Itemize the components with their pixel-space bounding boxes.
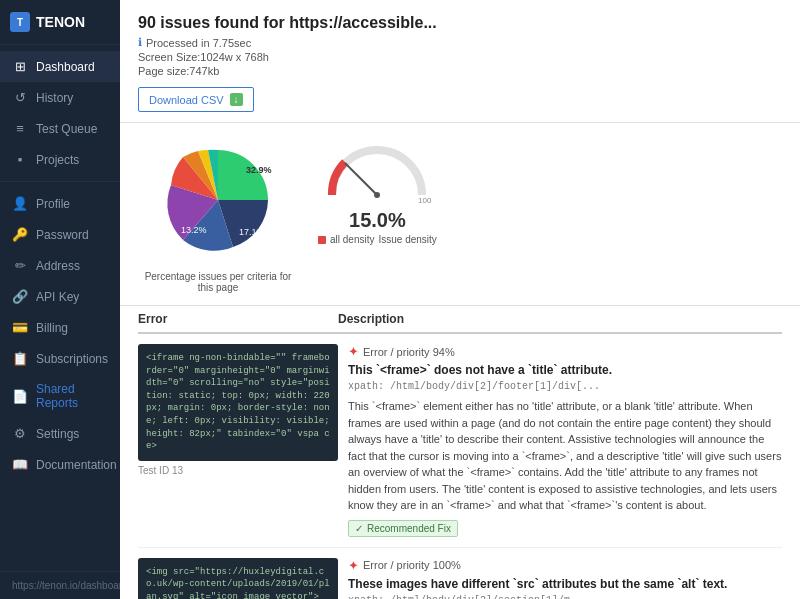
error-star-icon-2: ✦ (348, 558, 359, 573)
content-header: 90 issues found for https://accessible..… (120, 0, 800, 123)
tenon-logo-icon: T (10, 12, 30, 32)
issue-priority-text-2: Error / priority 100% (363, 559, 461, 571)
sidebar-item-label: Subscriptions (36, 352, 108, 366)
issues-table: Error Description <iframe ng-non-bindabl… (120, 306, 800, 599)
sidebar-item-label: Billing (36, 321, 68, 335)
sidebar-item-subscriptions[interactable]: 📋 Subscriptions (0, 343, 120, 374)
sidebar-item-profile[interactable]: 👤 Profile (0, 188, 120, 219)
issue-left-2: <img src="https://huxleydigital.co.uk/wp… (138, 558, 338, 600)
content-meta-page: Page size:747kb (138, 65, 782, 77)
subscriptions-icon: 📋 (12, 351, 28, 366)
issue-xpath-2: xpath: /html/body/div[2]/section[1]/m... (348, 595, 782, 600)
documentation-icon: 📖 (12, 457, 28, 472)
pie-chart-container: 32.9% 17.1% 13.2% Percentage issues per … (138, 135, 298, 293)
sidebar-item-test-queue[interactable]: ≡ Test Queue (0, 113, 120, 144)
svg-line-4 (345, 163, 377, 195)
api-key-icon: 🔗 (12, 289, 28, 304)
svg-text:100: 100 (418, 196, 432, 205)
history-icon: ↺ (12, 90, 28, 105)
fix-icon: ✓ (355, 523, 363, 534)
gauge-value: 15.0% (349, 209, 406, 232)
address-icon: ✏ (12, 258, 28, 273)
test-queue-icon: ≡ (12, 121, 28, 136)
sidebar-item-label: Password (36, 228, 89, 242)
sidebar-logo: T TENON (0, 0, 120, 45)
page-size-text: Page size:747kb (138, 65, 219, 77)
password-icon: 🔑 (12, 227, 28, 242)
sidebar-footer-url: https://tenon.io/dashboard.php (0, 571, 120, 599)
sidebar-item-label: Settings (36, 427, 79, 441)
issue-priority-text-1: Error / priority 94% (363, 346, 455, 358)
sidebar-item-label: Shared Reports (36, 382, 108, 410)
sidebar-item-settings[interactable]: ⚙ Settings (0, 418, 120, 449)
profile-icon: 👤 (12, 196, 28, 211)
info-icon: ℹ (138, 36, 142, 49)
sidebar-item-label: Documentation (36, 458, 117, 472)
sidebar-item-billing[interactable]: 💳 Billing (0, 312, 120, 343)
download-csv-label: Download CSV (149, 94, 224, 106)
projects-icon: ▪ (12, 152, 28, 167)
sidebar-item-dashboard[interactable]: ⊞ Dashboard (0, 51, 120, 82)
download-csv-icon: ↓ (230, 93, 243, 106)
issue-code-block-2: <img src="https://huxleydigital.co.uk/wp… (138, 558, 338, 600)
download-csv-button[interactable]: Download CSV ↓ (138, 87, 254, 112)
col-error-header: Error (138, 312, 338, 326)
sidebar-item-password[interactable]: 🔑 Password (0, 219, 120, 250)
table-row: <img src="https://huxleydigital.co.uk/wp… (138, 548, 782, 600)
table-row: <iframe ng-non-bindable="" frameborder="… (138, 334, 782, 548)
sidebar-item-label: API Key (36, 290, 79, 304)
issue-xpath-1: xpath: /html/body/div[2]/footer[1]/div[.… (348, 381, 782, 392)
settings-icon: ⚙ (12, 426, 28, 441)
issue-title-2: These images have different `src` attrib… (348, 577, 782, 591)
sidebar-item-documentation[interactable]: 📖 Documentation (0, 449, 120, 480)
charts-area: 32.9% 17.1% 13.2% Percentage issues per … (120, 123, 800, 306)
issue-priority-badge-2: ✦ Error / priority 100% (348, 558, 461, 573)
issues-table-header: Error Description (138, 306, 782, 334)
recommended-fix-badge-1[interactable]: ✓ Recommended Fix (348, 520, 458, 537)
sidebar-item-label: Address (36, 259, 80, 273)
gauge-container: 100 15.0% all density Issue density (318, 135, 437, 245)
gauge-legend: all density Issue density (318, 234, 437, 245)
issue-left-1: <iframe ng-non-bindable="" frameborder="… (138, 344, 338, 537)
page-title: 90 issues found for https://accessible..… (138, 14, 782, 32)
sidebar-logo-text: TENON (36, 14, 85, 30)
gauge-legend-dot (318, 236, 326, 244)
sidebar-item-projects[interactable]: ▪ Projects (0, 144, 120, 175)
svg-text:13.2%: 13.2% (181, 225, 207, 235)
screen-size-text: Screen Size:1024w x 768h (138, 51, 269, 63)
processed-text: Processed in 7.75sec (146, 37, 251, 49)
sidebar-item-history[interactable]: ↺ History (0, 82, 120, 113)
sidebar-navigation: ⊞ Dashboard ↺ History ≡ Test Queue ▪ Pro… (0, 45, 120, 571)
pie-chart-caption: Percentage issues per criteria for this … (138, 271, 298, 293)
billing-icon: 💳 (12, 320, 28, 335)
shared-reports-icon: 📄 (12, 389, 28, 404)
sidebar-item-api-key[interactable]: 🔗 API Key (0, 281, 120, 312)
dashboard-icon: ⊞ (12, 59, 28, 74)
content-meta-processed: ℹ Processed in 7.75sec (138, 36, 782, 49)
content-meta-screen: Screen Size:1024w x 768h (138, 51, 782, 63)
issue-description-1: This `<frame>` element either has no 'ti… (348, 398, 782, 514)
sidebar-item-shared-reports[interactable]: 📄 Shared Reports (0, 374, 120, 418)
issue-priority-badge-1: ✦ Error / priority 94% (348, 344, 455, 359)
svg-point-5 (374, 192, 380, 198)
issue-right-2: ✦ Error / priority 100% These images hav… (348, 558, 782, 600)
gauge-legend-label: all density (330, 234, 374, 245)
main-content: 90 issues found for https://accessible..… (120, 0, 800, 599)
sidebar: T TENON ⊞ Dashboard ↺ History ≡ Test Que… (0, 0, 120, 599)
error-star-icon-1: ✦ (348, 344, 359, 359)
issue-code-block-1: <iframe ng-non-bindable="" frameborder="… (138, 344, 338, 461)
sidebar-item-label: Test Queue (36, 122, 97, 136)
sidebar-item-label: Dashboard (36, 60, 95, 74)
col-description-header: Description (338, 312, 782, 326)
sidebar-item-address[interactable]: ✏ Address (0, 250, 120, 281)
sidebar-item-label: History (36, 91, 73, 105)
sidebar-divider (0, 181, 120, 182)
sidebar-item-label: Profile (36, 197, 70, 211)
svg-text:32.9%: 32.9% (246, 165, 272, 175)
pie-chart: 32.9% 17.1% 13.2% (143, 135, 293, 265)
svg-text:17.1%: 17.1% (239, 227, 265, 237)
fix-label: Recommended Fix (367, 523, 451, 534)
gauge-legend-title: Issue density (378, 234, 436, 245)
issue-test-id-1: Test ID 13 (138, 465, 338, 476)
sidebar-item-label: Projects (36, 153, 79, 167)
